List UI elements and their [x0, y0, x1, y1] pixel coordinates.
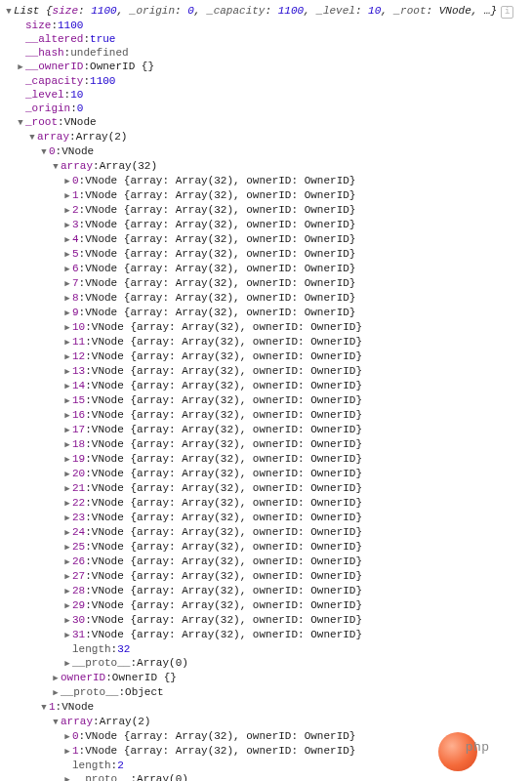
node-0-child-7[interactable]: 7: VNode {array: Array(32), ownerID: Own…: [4, 276, 532, 291]
node-0-child-30[interactable]: 30: VNode {array: Array(32), ownerID: Ow…: [4, 613, 532, 628]
expand-arrow-icon[interactable]: [16, 61, 25, 74]
expand-arrow-icon[interactable]: [62, 570, 72, 584]
node-1-child-1[interactable]: 1: VNode {array: Array(32), ownerID: Own…: [4, 744, 532, 759]
prop-_origin: _origin: 0: [4, 102, 532, 115]
node-0-child-22[interactable]: 22: VNode {array: Array(32), ownerID: Ow…: [4, 496, 532, 511]
expand-arrow-icon[interactable]: [62, 482, 72, 496]
node-0-child-5[interactable]: 5: VNode {array: Array(32), ownerID: Own…: [4, 247, 532, 262]
expand-arrow-icon[interactable]: [62, 745, 72, 759]
node-1-child-0[interactable]: 0: VNode {array: Array(32), ownerID: Own…: [4, 729, 532, 744]
node-0-proto-obj[interactable]: __proto__: Object: [4, 685, 532, 700]
node-0-child-13[interactable]: 13: VNode {array: Array(32), ownerID: Ow…: [4, 364, 532, 379]
expand-arrow-icon[interactable]: [62, 336, 72, 349]
expand-arrow-icon[interactable]: [62, 409, 72, 423]
expand-arrow-icon[interactable]: [4, 5, 14, 19]
expand-arrow-icon[interactable]: [62, 350, 72, 364]
expand-arrow-icon[interactable]: [62, 497, 72, 511]
node-0-child-23[interactable]: 23: VNode {array: Array(32), ownerID: Ow…: [4, 511, 532, 525]
expand-arrow-icon[interactable]: [62, 468, 72, 481]
node-0-child-0[interactable]: 0: VNode {array: Array(32), ownerID: Own…: [4, 174, 532, 188]
expand-arrow-icon[interactable]: [39, 701, 49, 715]
expand-arrow-icon[interactable]: [39, 145, 49, 159]
node-0-child-28[interactable]: 28: VNode {array: Array(32), ownerID: Ow…: [4, 584, 532, 598]
node-0-child-11[interactable]: 11: VNode {array: Array(32), ownerID: Ow…: [4, 335, 532, 349]
node-1-length: length: 2: [4, 759, 532, 772]
expand-arrow-icon[interactable]: [62, 321, 72, 335]
expand-arrow-icon[interactable]: [62, 292, 72, 306]
expand-arrow-icon[interactable]: [62, 526, 72, 540]
node-0-child-16[interactable]: 16: VNode {array: Array(32), ownerID: Ow…: [4, 408, 532, 423]
expand-arrow-icon[interactable]: [62, 657, 72, 671]
expand-arrow-icon[interactable]: [62, 555, 72, 569]
expand-arrow-icon[interactable]: [62, 248, 72, 262]
expand-arrow-icon[interactable]: [62, 394, 72, 408]
expand-arrow-icon[interactable]: [62, 263, 72, 276]
node-0-child-14[interactable]: 14: VNode {array: Array(32), ownerID: Ow…: [4, 379, 532, 393]
node-0-child-26[interactable]: 26: VNode {array: Array(32), ownerID: Ow…: [4, 555, 532, 569]
node-0-length: length: 32: [4, 642, 532, 656]
node-0-child-18[interactable]: 18: VNode {array: Array(32), ownerID: Ow…: [4, 437, 532, 452]
node-1[interactable]: 1: VNode: [4, 700, 532, 715]
node-1-array[interactable]: array: Array(2): [4, 715, 532, 729]
node-0-child-15[interactable]: 15: VNode {array: Array(32), ownerID: Ow…: [4, 393, 532, 408]
expand-arrow-icon[interactable]: [62, 614, 72, 628]
expand-arrow-icon[interactable]: [62, 189, 72, 203]
expand-arrow-icon[interactable]: [62, 438, 72, 452]
info-icon[interactable]: i: [501, 6, 513, 19]
prop-__hash: __hash: undefined: [4, 46, 532, 60]
prop-size: size: 1100: [4, 19, 532, 32]
node-0-child-2[interactable]: 2: VNode {array: Array(32), ownerID: Own…: [4, 203, 532, 218]
expand-arrow-icon[interactable]: [62, 380, 72, 393]
expand-arrow-icon[interactable]: [62, 277, 72, 291]
expand-arrow-icon[interactable]: [62, 365, 72, 379]
expand-arrow-icon[interactable]: [62, 233, 72, 247]
expand-arrow-icon[interactable]: [62, 599, 72, 613]
node-0[interactable]: 0: VNode: [4, 144, 532, 159]
node-0-child-27[interactable]: 27: VNode {array: Array(32), ownerID: Ow…: [4, 569, 532, 584]
expand-arrow-icon[interactable]: [62, 307, 72, 320]
prop-_root[interactable]: _root: VNode: [4, 115, 532, 130]
node-0-child-31[interactable]: 31: VNode {array: Array(32), ownerID: Ow…: [4, 628, 532, 642]
node-0-child-29[interactable]: 29: VNode {array: Array(32), ownerID: Ow…: [4, 598, 532, 613]
prop-_capacity: _capacity: 1100: [4, 74, 532, 88]
prop-__ownerID[interactable]: __ownerID: OwnerID {}: [4, 60, 532, 74]
node-0-child-9[interactable]: 9: VNode {array: Array(32), ownerID: Own…: [4, 306, 532, 320]
tree-root[interactable]: List {size: 1100, _origin: 0, _capacity:…: [4, 4, 532, 19]
node-0-child-6[interactable]: 6: VNode {array: Array(32), ownerID: Own…: [4, 262, 532, 276]
node-0-proto-arr[interactable]: __proto__: Array(0): [4, 656, 532, 671]
node-1-proto-arr[interactable]: __proto__: Array(0): [4, 772, 532, 781]
expand-arrow-icon[interactable]: [62, 773, 72, 781]
node-0-child-19[interactable]: 19: VNode {array: Array(32), ownerID: Ow…: [4, 452, 532, 467]
expand-arrow-icon[interactable]: [27, 131, 37, 144]
root-array[interactable]: array: Array(2): [4, 130, 532, 144]
node-0-child-4[interactable]: 4: VNode {array: Array(32), ownerID: Own…: [4, 232, 532, 247]
expand-arrow-icon[interactable]: [62, 219, 72, 232]
node-0-child-17[interactable]: 17: VNode {array: Array(32), ownerID: Ow…: [4, 423, 532, 437]
node-0-child-8[interactable]: 8: VNode {array: Array(32), ownerID: Own…: [4, 291, 532, 306]
node-0-array[interactable]: array: Array(32): [4, 159, 532, 174]
node-0-ownerid[interactable]: ownerID: OwnerID {}: [4, 671, 532, 685]
prop-_level: _level: 10: [4, 88, 532, 102]
expand-arrow-icon[interactable]: [62, 730, 72, 744]
node-0-child-1[interactable]: 1: VNode {array: Array(32), ownerID: Own…: [4, 188, 532, 203]
node-0-child-3[interactable]: 3: VNode {array: Array(32), ownerID: Own…: [4, 218, 532, 232]
expand-arrow-icon[interactable]: [62, 204, 72, 218]
expand-arrow-icon[interactable]: [51, 716, 61, 729]
expand-arrow-icon[interactable]: [62, 541, 72, 555]
node-0-child-10[interactable]: 10: VNode {array: Array(32), ownerID: Ow…: [4, 320, 532, 335]
expand-arrow-icon[interactable]: [62, 629, 72, 642]
node-0-child-20[interactable]: 20: VNode {array: Array(32), ownerID: Ow…: [4, 467, 532, 481]
expand-arrow-icon[interactable]: [51, 686, 61, 700]
expand-arrow-icon[interactable]: [51, 672, 61, 685]
node-0-child-25[interactable]: 25: VNode {array: Array(32), ownerID: Ow…: [4, 540, 532, 555]
expand-arrow-icon[interactable]: [62, 585, 72, 598]
node-0-child-21[interactable]: 21: VNode {array: Array(32), ownerID: Ow…: [4, 481, 532, 496]
expand-arrow-icon[interactable]: [16, 116, 25, 130]
node-0-child-12[interactable]: 12: VNode {array: Array(32), ownerID: Ow…: [4, 349, 532, 364]
expand-arrow-icon[interactable]: [62, 512, 72, 525]
node-0-child-24[interactable]: 24: VNode {array: Array(32), ownerID: Ow…: [4, 525, 532, 540]
expand-arrow-icon[interactable]: [51, 160, 61, 174]
expand-arrow-icon[interactable]: [62, 175, 72, 188]
expand-arrow-icon[interactable]: [62, 453, 72, 467]
expand-arrow-icon[interactable]: [62, 424, 72, 437]
